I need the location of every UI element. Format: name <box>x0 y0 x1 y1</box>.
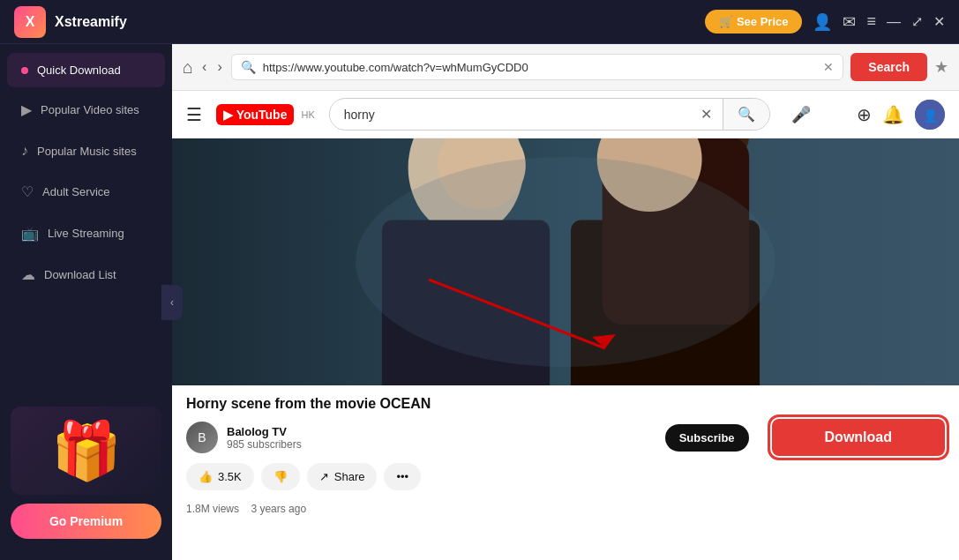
home-button[interactable]: ⌂ <box>183 57 193 78</box>
youtube-region: HK <box>301 109 314 120</box>
youtube-menu-icon[interactable]: ☰ <box>186 104 202 125</box>
top-bar: X Xstreamify 🛒 See Price 👤 ✉ ≡ — ⤢ ✕ <box>0 0 959 44</box>
collapse-icon: ‹ <box>170 296 174 309</box>
download-button[interactable]: Download <box>772 419 945 456</box>
url-search-icon: 🔍 <box>241 60 256 74</box>
sidebar-bottom: 🎁 Go Premium <box>0 396 172 553</box>
ellipsis-icon: ••• <box>396 470 408 483</box>
app-logo-icon: X <box>14 6 46 38</box>
forward-button[interactable]: › <box>217 59 221 75</box>
download-button-container: Download <box>772 419 945 456</box>
thumbs-up-icon: 👍 <box>199 470 213 483</box>
see-price-button[interactable]: 🛒 See Price <box>705 10 802 34</box>
minimize-button[interactable]: — <box>887 14 901 30</box>
sidebar-collapse-button[interactable]: ‹ <box>161 285 183 320</box>
sidebar-item-popular-music[interactable]: ♪ Popular Music sites <box>7 132 165 169</box>
sidebar: ‹ Quick Download ▶ Popular Video sites ♪… <box>0 44 172 560</box>
sidebar-item-quick-download[interactable]: Quick Download <box>7 53 165 87</box>
video-scene-svg <box>172 138 959 385</box>
youtube-bell-icon[interactable]: 🔔 <box>882 104 904 125</box>
channel-info: Balolog TV 985 subscribers <box>227 425 656 451</box>
sidebar-item-popular-video[interactable]: ▶ Popular Video sites <box>7 91 165 129</box>
youtube-search-bar: ✕ 🔍 <box>329 98 770 131</box>
browser-content[interactable]: ☰ ▶ YouTube HK ✕ 🔍 🎤 ⊕ 🔔 👤 <box>172 91 959 560</box>
sidebar-label-popular-music: Popular Music sites <box>37 145 137 158</box>
user-icon[interactable]: 👤 <box>813 12 832 32</box>
dislike-button[interactable]: 👎 <box>261 463 300 490</box>
active-dot <box>21 67 28 74</box>
channel-row: B Balolog TV 985 subscribers Subscribe D… <box>186 419 945 456</box>
promo-box: 🎁 <box>11 407 161 495</box>
like-button[interactable]: 👍 3.5K <box>186 463 254 490</box>
streaming-icon: 📺 <box>21 225 39 242</box>
content-area: ⌂ ‹ › 🔍 https://www.youtube.com/watch?v=… <box>172 44 959 560</box>
video-container <box>172 138 959 385</box>
subscribe-button[interactable]: Subscribe <box>665 424 749 452</box>
svg-text:👤: 👤 <box>923 108 939 123</box>
youtube-avatar[interactable]: 👤 <box>915 100 945 130</box>
youtube-search-button[interactable]: 🔍 <box>723 99 769 130</box>
sidebar-item-live-streaming[interactable]: 📺 Live Streaming <box>7 214 165 252</box>
hamburger-icon[interactable]: ≡ <box>866 12 876 31</box>
resize-button[interactable]: ⤢ <box>911 13 923 30</box>
heart-icon: ♡ <box>21 183 34 200</box>
upload-time: 3 years ago <box>251 503 306 515</box>
share-icon: ↗ <box>319 470 329 483</box>
main-layout: ‹ Quick Download ▶ Popular Video sites ♪… <box>0 44 959 560</box>
sidebar-label-download-list: Download List <box>44 268 116 281</box>
video-stats: 1.8M views 3 years ago <box>172 497 959 520</box>
channel-name: Balolog TV <box>227 425 656 438</box>
sidebar-label-quick-download: Quick Download <box>37 63 121 77</box>
mail-icon[interactable]: ✉ <box>843 12 856 32</box>
back-button[interactable]: ‹ <box>202 59 206 75</box>
share-button[interactable]: ↗ Share <box>307 463 378 490</box>
sidebar-label-popular-video: Popular Video sites <box>41 103 139 116</box>
cloud-icon: ☁ <box>21 266 35 283</box>
youtube-add-icon[interactable]: ⊕ <box>857 104 872 125</box>
youtube-search-clear-icon[interactable]: ✕ <box>690 106 723 123</box>
bookmark-icon[interactable]: ★ <box>934 57 948 77</box>
video-info: Horny scene from the movie OCEAN B Balol… <box>172 385 959 463</box>
top-bar-right: 🛒 See Price 👤 ✉ ≡ — ⤢ ✕ <box>705 10 945 34</box>
like-count: 3.5K <box>218 470 242 483</box>
thumbs-down-icon: 👎 <box>273 470 288 483</box>
video-player[interactable] <box>172 138 959 385</box>
youtube-logo: ▶ YouTube HK <box>216 104 315 125</box>
channel-subscribers: 985 subscribers <box>227 438 656 451</box>
youtube-right-icons: ⊕ 🔔 👤 <box>857 100 945 130</box>
youtube-logo-icon: ▶ YouTube <box>216 104 294 125</box>
youtube-header: ☰ ▶ YouTube HK ✕ 🔍 🎤 ⊕ 🔔 👤 <box>172 91 959 138</box>
app-name: Xstreamify <box>55 14 127 30</box>
channel-avatar: B <box>186 422 218 453</box>
url-display[interactable]: https://www.youtube.com/watch?v=whMumGyC… <box>263 61 817 74</box>
view-count: 1.8M views <box>186 503 239 515</box>
video-title: Horny scene from the movie OCEAN <box>186 396 945 412</box>
go-premium-button[interactable]: Go Premium <box>11 504 161 539</box>
sidebar-label-adult-service: Adult Service <box>42 185 110 198</box>
action-row: 👍 3.5K 👎 ↗ Share ••• <box>172 463 959 497</box>
promo-emoji: 🎁 <box>51 418 122 484</box>
app-logo-area: X Xstreamify <box>14 6 127 38</box>
sidebar-item-download-list[interactable]: ☁ Download List <box>7 256 165 294</box>
svg-point-12 <box>356 157 775 367</box>
youtube-search-input[interactable] <box>330 101 690 129</box>
close-button[interactable]: ✕ <box>933 13 945 30</box>
search-button[interactable]: Search <box>850 53 927 81</box>
share-label: Share <box>334 470 365 483</box>
video-icon: ▶ <box>21 101 32 118</box>
music-icon: ♪ <box>21 143 28 159</box>
sidebar-label-live-streaming: Live Streaming <box>48 227 124 240</box>
nav-bar: ⌂ ‹ › 🔍 https://www.youtube.com/watch?v=… <box>172 44 959 91</box>
more-options-button[interactable]: ••• <box>384 463 421 490</box>
youtube-mic-icon[interactable]: 🎤 <box>791 105 811 124</box>
url-bar: 🔍 https://www.youtube.com/watch?v=whMumG… <box>231 54 844 80</box>
logo-char: X <box>26 14 35 30</box>
url-clear-icon[interactable]: ✕ <box>823 60 834 74</box>
sidebar-item-adult-service[interactable]: ♡ Adult Service <box>7 173 165 211</box>
